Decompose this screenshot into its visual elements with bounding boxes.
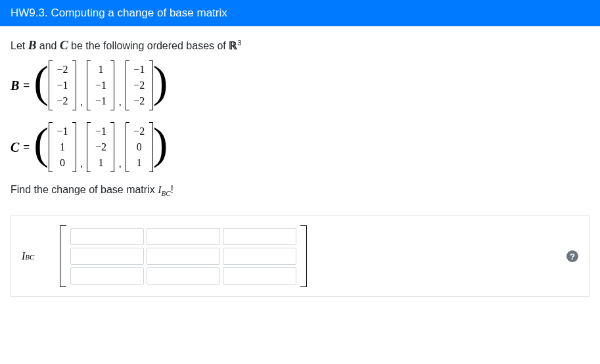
matrix-cell-0-1[interactable] bbox=[147, 228, 220, 245]
prompt-prefix: Find the change of base matrix bbox=[11, 184, 158, 195]
question-content: Let B and C be the following ordered bas… bbox=[0, 26, 600, 309]
comma: , bbox=[118, 158, 121, 172]
bracket-right bbox=[110, 122, 114, 172]
matrix-input bbox=[60, 225, 555, 287]
help-icon[interactable]: ? bbox=[566, 250, 578, 262]
vec-entry: −1 bbox=[55, 124, 70, 139]
vec-entry: 1 bbox=[93, 155, 108, 171]
bracket-right bbox=[149, 122, 153, 172]
basis-c-vectors: −1 1 0 , −1 −2 1 , −2 bbox=[49, 122, 153, 172]
vec-entry: −1 bbox=[93, 78, 108, 93]
intro-prefix: Let bbox=[11, 40, 28, 51]
answer-area: IBC ? bbox=[11, 216, 589, 297]
answer-subscript: BC bbox=[25, 253, 34, 261]
matrix-cell-1-2[interactable] bbox=[223, 248, 296, 265]
bracket-right bbox=[149, 60, 153, 110]
vec-entry: −1 bbox=[55, 78, 70, 93]
matrix-grid bbox=[66, 225, 300, 287]
vec-entry: 0 bbox=[55, 155, 70, 171]
answer-label: IBC bbox=[22, 250, 48, 262]
vec-entry: −2 bbox=[131, 78, 147, 93]
matrix-cell-1-0[interactable] bbox=[70, 248, 144, 265]
basis-b-row: B = ( −2 −1 −2 , 1 −1 −1 bbox=[11, 60, 589, 110]
matrix-cell-2-0[interactable] bbox=[70, 267, 144, 284]
intro-and: and bbox=[36, 40, 60, 51]
question-header: HW9.3. Computing a change of base matrix bbox=[0, 0, 600, 26]
comma: , bbox=[80, 158, 83, 172]
vec-entry: −2 bbox=[93, 139, 108, 155]
vec-entry: −2 bbox=[131, 93, 147, 109]
vector: −2 −1 −2 bbox=[49, 60, 76, 110]
vec-entry: −1 bbox=[131, 62, 147, 78]
prompt-text: Find the change of base matrix IBC! bbox=[11, 184, 589, 197]
vector: 1 −1 −1 bbox=[87, 60, 114, 110]
basis-b-vectors: −2 −1 −2 , 1 −1 −1 , −1 bbox=[49, 60, 153, 110]
bracket-right bbox=[110, 60, 114, 110]
matrix-cell-2-1[interactable] bbox=[147, 267, 220, 284]
equals-sign: = bbox=[23, 79, 30, 92]
comma: , bbox=[80, 96, 83, 110]
equals-sign: = bbox=[23, 141, 30, 154]
matrix-cell-0-2[interactable] bbox=[223, 228, 296, 245]
intro-text: Let B and C be the following ordered bas… bbox=[11, 38, 589, 53]
matrix-cell-2-2[interactable] bbox=[223, 267, 296, 284]
space-dimension: 3 bbox=[237, 39, 241, 47]
big-bracket-left bbox=[60, 225, 66, 287]
basis-b-label: B bbox=[11, 78, 19, 93]
bracket-right bbox=[72, 60, 76, 110]
matrix-cell-1-1[interactable] bbox=[147, 248, 220, 265]
vec-entry: −1 bbox=[93, 124, 108, 139]
vec-entry: −2 bbox=[55, 62, 70, 78]
basis-b-symbol: B bbox=[28, 38, 37, 52]
vec-entry: −2 bbox=[131, 124, 147, 139]
vec-entry: 1 bbox=[131, 155, 147, 171]
intro-suffix: be the following ordered bases of bbox=[68, 40, 229, 51]
basis-c-symbol: C bbox=[60, 38, 68, 52]
vector: −2 0 1 bbox=[126, 122, 153, 172]
vec-entry: −1 bbox=[93, 93, 108, 109]
vector: −1 −2 1 bbox=[87, 122, 114, 172]
space-symbol: ℝ bbox=[229, 40, 237, 51]
big-bracket-right bbox=[300, 225, 307, 287]
matrix-subscript: BC bbox=[161, 189, 170, 197]
vector: −1 1 0 bbox=[49, 122, 76, 172]
vec-entry: 0 bbox=[131, 139, 147, 155]
matrix-cell-0-0[interactable] bbox=[70, 228, 144, 245]
basis-c-row: C = ( −1 1 0 , −1 −2 1 bbox=[11, 122, 589, 172]
vec-entry: 1 bbox=[55, 139, 70, 155]
help-icon-label: ? bbox=[570, 252, 575, 262]
prompt-suffix: ! bbox=[171, 184, 173, 195]
basis-c-label: C bbox=[11, 140, 19, 155]
vec-entry: 1 bbox=[93, 62, 108, 78]
question-title: HW9.3. Computing a change of base matrix bbox=[11, 7, 227, 19]
comma: , bbox=[118, 96, 121, 110]
vector: −1 −2 −2 bbox=[126, 60, 153, 110]
vec-entry: −2 bbox=[55, 93, 70, 109]
bracket-right bbox=[72, 122, 76, 172]
